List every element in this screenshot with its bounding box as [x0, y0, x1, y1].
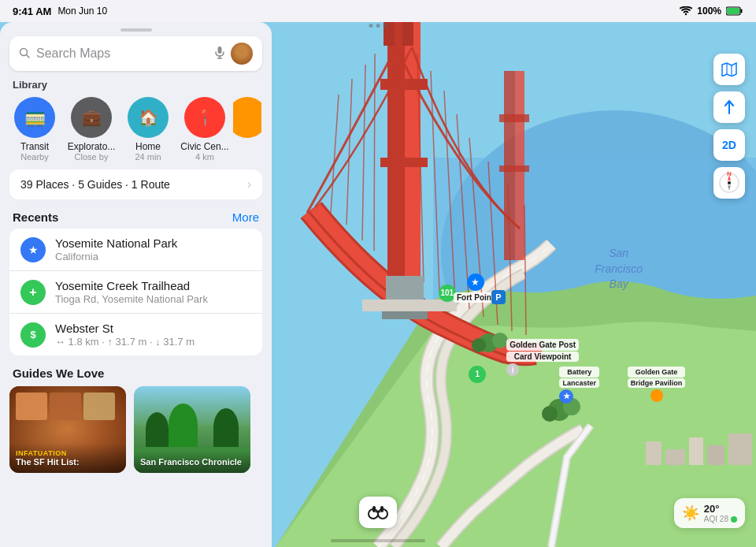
- aqi-dot: [731, 516, 737, 523]
- aqi-label: AQI 28: [704, 515, 728, 523]
- search-icon: [19, 47, 30, 61]
- directions-button[interactable]: [713, 91, 745, 123]
- guide-overlay-chronicle: San Francisco Chronicle: [134, 451, 250, 473]
- civic-label: Civic Cen...: [180, 141, 228, 152]
- transit-sub: Nearby: [20, 152, 48, 162]
- battery-lancaster-label: Battery Lancaster ★: [559, 367, 599, 404]
- svg-rect-8: [402, 22, 413, 46]
- top-dots: [369, 24, 387, 28]
- recents-label: Recents: [13, 210, 58, 224]
- svg-rect-41: [727, 8, 739, 14]
- svg-rect-38: [728, 434, 752, 465]
- guide-overlay-infatuation: INFATUATION The SF Hit List:: [9, 443, 126, 473]
- svg-rect-40: [741, 9, 743, 13]
- guide-card-chronicle[interactable]: San Francisco Chronicle: [134, 386, 250, 473]
- fort-point-pin[interactable]: ★ Fort Point: [454, 274, 497, 303]
- temperature: 20°: [704, 503, 737, 515]
- right-toolbar: 2D N: [713, 54, 745, 199]
- guides-header: Guides We Love: [0, 355, 272, 386]
- svg-rect-44: [218, 47, 222, 54]
- compass-button[interactable]: N: [713, 167, 745, 199]
- library-icons-row: 🚃 Transit Nearby 💼 Explorato... Close by…: [0, 97, 272, 162]
- route-1-badge: 1: [469, 366, 486, 383]
- guide-card-infatuation[interactable]: INFATUATION The SF Hit List:: [9, 386, 126, 473]
- library-item-transit[interactable]: 🚃 Transit Nearby: [6, 97, 63, 162]
- wifi-icon: [680, 6, 692, 16]
- battery-percent: 100%: [697, 6, 721, 17]
- search-placeholder[interactable]: Search Maps: [36, 47, 209, 61]
- recent-icon-trailhead: +: [20, 280, 46, 305]
- svg-point-30: [472, 338, 486, 352]
- exploration-sub: Close by: [75, 152, 109, 162]
- map-view-button[interactable]: [713, 54, 745, 85]
- recent-sub-webster: ↔ 1.8 km · ↑ 31.7 m · ↓ 31.7 m: [55, 336, 251, 348]
- battery-icon: [726, 6, 743, 16]
- library-item-exploration[interactable]: 💼 Explorato... Close by: [63, 97, 120, 162]
- svg-line-16: [374, 54, 375, 251]
- search-bar[interactable]: Search Maps: [9, 36, 262, 71]
- bay-label: SanFranciscoBay: [595, 246, 643, 292]
- svg-rect-34: [646, 441, 662, 465]
- svg-rect-11: [499, 114, 529, 122]
- recent-icon-park: ★: [20, 237, 46, 262]
- svg-rect-37: [707, 445, 724, 465]
- places-chevron: ›: [247, 177, 251, 192]
- recents-header: Recents More: [0, 199, 272, 229]
- svg-rect-36: [689, 437, 703, 465]
- drag-handle[interactable]: [120, 28, 152, 32]
- recent-sub-park: California: [55, 251, 251, 262]
- places-text: 39 Places · 5 Guides · 1 Route: [20, 178, 170, 191]
- bridge-pavilion-label: Golden Gate Bridge Pavilion: [628, 367, 686, 404]
- binoculars-button[interactable]: [359, 497, 397, 528]
- user-avatar[interactable]: [231, 43, 253, 65]
- recent-icon-webster: $: [20, 322, 46, 348]
- recent-name-park: Yosemite National Park: [55, 236, 251, 250]
- status-bar: 9:41 AM Mon Jun 10 100%: [0, 0, 756, 22]
- weather-badge: ☀️ 20° AQI 28: [674, 498, 745, 528]
- svg-rect-53: [372, 506, 376, 512]
- guide-name-chronicle: San Francisco Chronicle: [140, 457, 244, 467]
- svg-point-29: [492, 333, 508, 348]
- guide-name-infatuation: The SF Hit List:: [16, 457, 120, 467]
- recent-sub-trailhead: Tioga Rd, Yosemite National Park: [55, 293, 251, 305]
- guides-row: INFATUATION The SF Hit List: San Francis…: [0, 386, 272, 473]
- binoculars-button-container: [359, 497, 397, 528]
- recents-list: ★ Yosemite National Park California + Yo…: [9, 229, 262, 355]
- svg-line-43: [27, 54, 30, 58]
- library-item-more[interactable]: [233, 97, 261, 162]
- home-label: Home: [135, 141, 161, 152]
- weather-icon: ☀️: [682, 504, 699, 522]
- library-item-home[interactable]: 🏠 Home 24 min: [120, 97, 176, 162]
- recent-info-park: Yosemite National Park California: [55, 236, 251, 262]
- civic-sub: 4 km: [195, 152, 214, 162]
- transit-label: Transit: [20, 141, 49, 152]
- view-2d-button[interactable]: 2D: [713, 129, 745, 161]
- recent-item-webster[interactable]: $ Webster St ↔ 1.8 km · ↑ 31.7 m · ↓ 31.…: [9, 314, 262, 355]
- weather-info: 20° AQI 28: [704, 503, 737, 523]
- recent-item-trailhead[interactable]: + Yosemite Creek Trailhead Tioga Rd, Yos…: [9, 271, 262, 314]
- svg-rect-5: [380, 79, 428, 90]
- recent-info-webster: Webster St ↔ 1.8 km · ↑ 31.7 m · ↓ 31.7 …: [55, 322, 251, 348]
- home-indicator: [331, 539, 425, 542]
- svg-point-33: [542, 406, 558, 422]
- recent-name-webster: Webster St: [55, 322, 251, 335]
- library-label: Library: [0, 79, 272, 97]
- status-time: 9:41 AM: [13, 6, 51, 17]
- status-date: Mon Jun 10: [57, 6, 107, 17]
- more-link[interactable]: More: [232, 210, 259, 224]
- recent-info-trailhead: Yosemite Creek Trailhead Tioga Rd, Yosem…: [55, 279, 251, 305]
- svg-rect-35: [665, 449, 685, 465]
- places-row[interactable]: 39 Places · 5 Guides · 1 Route ›: [9, 169, 262, 199]
- recent-item-yosemite-park[interactable]: ★ Yosemite National Park California: [9, 229, 262, 271]
- recent-name-trailhead: Yosemite Creek Trailhead: [55, 279, 251, 292]
- svg-rect-12: [499, 166, 529, 172]
- mic-icon[interactable]: [215, 47, 224, 61]
- parking-badge: P: [491, 290, 506, 304]
- exploration-label: Explorato...: [68, 141, 116, 152]
- sidebar-panel: Search Maps Library 🚃 Transit Nearby: [0, 22, 272, 547]
- home-sub: 24 min: [135, 152, 161, 162]
- svg-rect-54: [380, 506, 384, 512]
- svg-point-50: [728, 181, 731, 184]
- library-item-civic[interactable]: 📍 Civic Cen... 4 km: [176, 97, 233, 162]
